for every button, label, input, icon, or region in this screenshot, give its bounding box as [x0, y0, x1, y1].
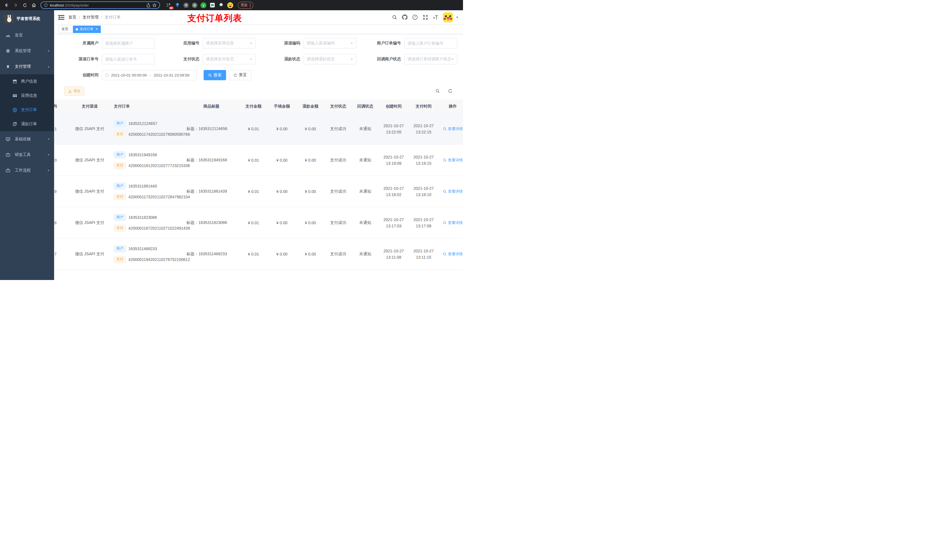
extension-chat-icon[interactable]: [210, 2, 215, 8]
view-detail-link[interactable]: 查看详情: [443, 252, 463, 257]
created-time: 13:11:08: [384, 254, 404, 260]
pay-tag: 支付: [114, 131, 126, 138]
date-range-input[interactable]: 2021-10-01 00:00:00 - 2021-10-31 23:59:5…: [102, 70, 197, 80]
browser-menu-icon[interactable]: [250, 3, 251, 7]
extension-grid-icon[interactable]: 10: [166, 2, 171, 8]
tag-home[interactable]: 首页: [59, 26, 71, 33]
breadcrumb-pay-order: 支付订单: [105, 15, 121, 20]
filter-select[interactable]: 请选择订单回调商户状态▼: [404, 54, 457, 64]
select-placeholder: 请选择退款状态: [307, 57, 350, 62]
sidebar-item-merchant-info[interactable]: 商户信息: [0, 74, 54, 89]
user-avatar[interactable]: [443, 12, 453, 22]
filter-select[interactable]: 请选择支付状态▼: [203, 54, 256, 64]
filter-label: 所属商户: [64, 41, 98, 46]
pay-status-cell: 支付成功: [325, 252, 352, 257]
sidebar-item-pay-order[interactable]: 支付订单: [0, 103, 54, 117]
tag-close-icon[interactable]: ✕: [95, 27, 98, 31]
sidebar-item-dev-tools[interactable]: 研发工具 ▼: [0, 147, 54, 163]
notify-status-cell: 未通知: [352, 189, 379, 194]
navbar-actions: ? ▼: [392, 12, 458, 22]
sidebar-item-infra[interactable]: 基础设施 ▼: [0, 131, 54, 147]
reload-icon[interactable]: [21, 2, 29, 9]
hide-search-icon[interactable]: [433, 87, 442, 95]
sidebar-item-home[interactable]: 首页: [0, 27, 54, 43]
pay-tag: 支付: [114, 256, 126, 263]
refresh-icon[interactable]: [446, 87, 454, 95]
column-header: 支付渠道: [68, 104, 111, 109]
text-input[interactable]: [407, 41, 454, 45]
product-title-cell: 标题：1635312124656: [184, 126, 239, 131]
breadcrumb-pay-mgmt[interactable]: 支付管理: [83, 15, 98, 20]
channel-order-no: 4200001181202110277723215336: [129, 163, 190, 168]
select-placeholder: 请输入渠道编码: [307, 41, 350, 46]
filter-input[interactable]: [404, 38, 457, 48]
pay-tag: 支付: [114, 193, 126, 200]
app-logo[interactable]: 芋道管理系统: [0, 10, 54, 27]
pay-amount-cell: ¥ 0.01: [239, 127, 268, 131]
select-placeholder: 请选择订单回调商户状态: [407, 57, 451, 62]
fullscreen-icon[interactable]: [422, 15, 428, 20]
export-button[interactable]: 导出: [64, 86, 84, 96]
created-date: 2021-10-27: [384, 217, 404, 223]
order-id-cell: 121: [54, 127, 68, 131]
pay-channel-cell: 微信 JSAPI 支付: [68, 220, 111, 225]
view-detail-link[interactable]: 查看详情: [443, 158, 463, 163]
extension-command-icon[interactable]: ⌘: [183, 3, 189, 8]
filter-input[interactable]: [102, 38, 155, 48]
filter-group: 回调商户状态请选择订单回调商户状态▼: [367, 54, 457, 64]
filter-select[interactable]: 请选择退款状态▼: [304, 54, 357, 64]
action-cell: 查看详情: [439, 158, 463, 163]
date-end[interactable]: 2021-10-31 23:59:59: [154, 73, 189, 77]
filter-label: 创建时间: [64, 72, 98, 78]
paid-time-cell: 2021-10-2713:11:15: [409, 248, 439, 260]
breadcrumb-home[interactable]: 首页: [68, 15, 76, 20]
filter-input[interactable]: [102, 54, 155, 64]
sidebar-toggle-icon[interactable]: [58, 15, 64, 20]
share-icon[interactable]: [146, 3, 150, 8]
bookmark-star-icon[interactable]: [152, 3, 157, 8]
pay-amount-cell: ¥ 0.01: [239, 220, 268, 225]
sidebar-item-pay[interactable]: ¥ 支付管理 ▲: [0, 59, 54, 74]
home-icon[interactable]: [30, 2, 38, 9]
pay-channel-cell: 微信 JSAPI 支付: [68, 126, 111, 131]
search-icon[interactable]: [392, 15, 397, 20]
merchant-tag: 商户: [114, 214, 126, 221]
help-icon[interactable]: ?: [412, 15, 418, 20]
chevron-down-icon: ▼: [350, 42, 353, 45]
filter-select[interactable]: 请输入渠道编码▼: [304, 38, 357, 48]
pay-status-cell: 支付成功: [325, 126, 352, 131]
sidebar-item-app-info[interactable]: 应用信息: [0, 89, 54, 103]
text-input[interactable]: [105, 57, 152, 62]
created-time-cell: 2021-10-2713:22:05: [379, 123, 409, 135]
view-detail-link[interactable]: 查看详情: [443, 126, 463, 131]
back-icon[interactable]: [3, 2, 10, 9]
text-input[interactable]: [105, 41, 152, 45]
date-start[interactable]: 2021-10-01 00:00:00: [111, 73, 147, 77]
select-placeholder: 请选择支付状态: [206, 57, 250, 62]
filter-select[interactable]: 请选择应用信息▼: [203, 38, 256, 48]
search-button[interactable]: 搜索: [204, 70, 226, 80]
extension-gem-icon[interactable]: [174, 2, 180, 8]
extension-emoji-icon[interactable]: [227, 2, 233, 8]
reset-button[interactable]: 重置: [229, 70, 251, 80]
sidebar-item-refund-order[interactable]: 退款订单: [0, 117, 54, 131]
sidebar-item-system[interactable]: 系统管理 ▼: [0, 43, 54, 59]
url-bar[interactable]: localhost:1024/pay/order: [41, 2, 160, 9]
github-icon[interactable]: [402, 15, 407, 20]
font-size-icon[interactable]: [433, 15, 438, 20]
forward-icon[interactable]: [12, 2, 20, 9]
view-detail-link[interactable]: 查看详情: [443, 220, 463, 225]
product-title-cell: 标题：1635311881439: [184, 189, 239, 194]
paid-date: 2021-10-27: [413, 123, 434, 129]
tag-pay-order[interactable]: 支付订单 ✕: [73, 26, 101, 33]
view-detail-link[interactable]: 查看详情: [443, 189, 463, 194]
avatar-caret-icon[interactable]: ▼: [456, 16, 458, 19]
extension-y-icon[interactable]: y: [200, 2, 206, 8]
pay-order-cell: 商户1635311823086支付42000011672021102710224…: [111, 214, 184, 232]
sidebar-item-workflow[interactable]: 工作流程 ▼: [0, 163, 54, 178]
site-info-icon[interactable]: [44, 3, 48, 7]
browser-update-button[interactable]: 更新: [238, 2, 253, 9]
extensions-puzzle-icon[interactable]: [218, 2, 224, 8]
extension-record-icon[interactable]: [192, 3, 197, 8]
column-header: 编号: [54, 104, 68, 109]
